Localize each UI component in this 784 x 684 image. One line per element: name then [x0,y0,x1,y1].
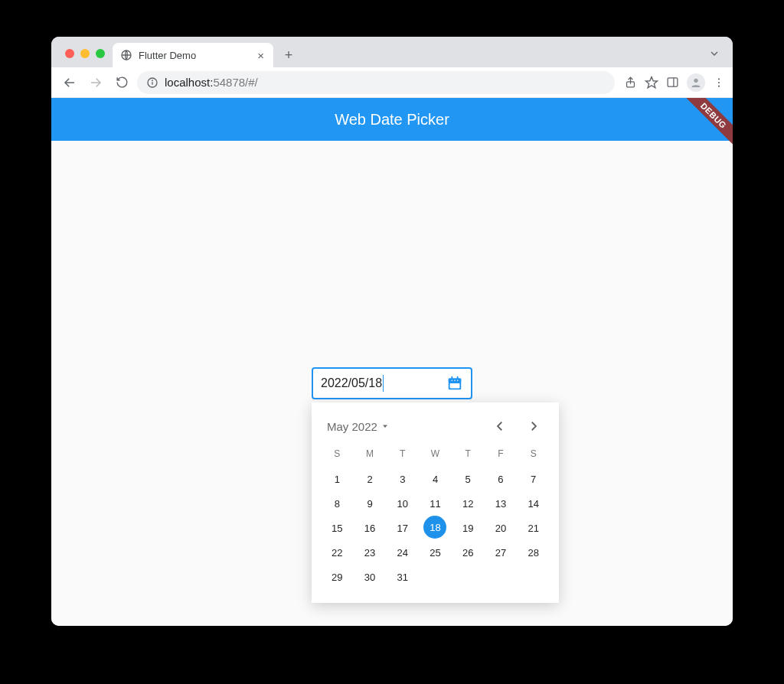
site-info-icon[interactable] [146,77,158,89]
calendar-day[interactable]: 22 [332,540,342,565]
profile-button[interactable] [687,73,705,92]
browser-window: Flutter Demo × + localhost:54878/#/ [51,37,733,626]
calendar-day[interactable]: 23 [364,540,375,565]
maximize-window-button[interactable] [96,49,105,58]
app-content: Web Date Picker DEBUG 2022/05/18 [51,98,733,626]
globe-icon [120,49,132,61]
calendar-day[interactable]: 15 [332,516,342,540]
reload-button[interactable] [111,72,132,93]
calendar-day[interactable]: 1 [335,467,340,491]
calendar-day[interactable]: 8 [335,491,340,516]
calendar-day[interactable]: 21 [528,516,538,540]
svg-rect-8 [668,78,678,86]
calendar-day[interactable]: 24 [397,540,408,565]
svg-point-21 [457,380,458,381]
calendar-grid: SMTWTFS123456789101112131415161718192021… [321,444,550,589]
day-of-week-header: S [517,444,550,467]
calendar-day[interactable]: 31 [397,565,408,589]
calendar-day[interactable]: 12 [462,491,473,516]
day-of-week-header: S [321,444,354,467]
calendar-day[interactable]: 30 [364,565,375,589]
window-controls [60,49,113,67]
calendar-day[interactable]: 17 [397,516,408,540]
calendar-header: May 2022 [321,413,550,444]
calendar-day[interactable]: 27 [495,540,506,565]
text-cursor [383,375,384,392]
calendar-day[interactable]: 20 [495,516,506,540]
url-text: localhost:54878/#/ [165,76,258,89]
day-of-week-header: T [386,444,419,467]
calendar-day[interactable]: 26 [462,540,473,565]
calendar-day[interactable]: 9 [367,491,372,516]
tabs-dropdown-button[interactable] [708,47,724,67]
tab-title: Flutter Demo [139,50,196,61]
day-of-week-header: T [452,444,485,467]
calendar-day[interactable]: 11 [430,491,440,516]
tab-strip: Flutter Demo × + [51,37,733,67]
calendar-day[interactable]: 25 [430,540,440,565]
calendar-popup: May 2022 SMTWTFS123456789101112131415161… [312,402,559,603]
day-of-week-header: W [419,444,452,467]
kebab-menu-icon[interactable] [713,77,725,89]
svg-rect-18 [457,376,459,380]
calendar-day[interactable]: 5 [466,467,471,491]
body-area: 2022/05/18 May 2022 [51,141,733,626]
calendar-day[interactable]: 2 [367,467,372,491]
svg-point-19 [452,380,452,381]
calendar-day[interactable]: 19 [462,516,473,540]
calendar-day[interactable]: 29 [332,565,342,589]
chevron-right-icon [527,419,541,433]
svg-point-11 [718,78,720,80]
date-input-value: 2022/05/18 [321,376,382,390]
app-title: Web Date Picker [335,111,449,129]
calendar-day[interactable]: 6 [498,467,503,491]
chevron-left-icon [493,419,507,433]
calendar-day[interactable]: 14 [528,491,538,516]
svg-point-20 [454,380,455,381]
calendar-icon[interactable] [446,375,463,392]
calendar-day[interactable]: 3 [400,467,405,491]
panel-icon[interactable] [666,76,679,89]
calendar-day[interactable]: 16 [364,516,375,540]
calendar-day[interactable]: 18 [423,516,446,539]
toolbar-right [624,73,725,92]
bookmark-icon[interactable] [645,76,658,90]
minimize-window-button[interactable] [80,49,90,58]
prev-month-button[interactable] [490,416,510,436]
browser-tab[interactable]: Flutter Demo × [113,43,273,67]
svg-point-10 [694,78,697,82]
svg-point-13 [718,85,720,86]
calendar-day[interactable]: 13 [495,491,506,516]
new-tab-button[interactable]: + [278,44,299,66]
share-icon[interactable] [624,76,637,89]
calendar-day[interactable]: 28 [528,540,538,565]
back-button[interactable] [59,72,80,93]
date-input[interactable]: 2022/05/18 [312,367,472,399]
svg-rect-17 [451,376,452,380]
browser-toolbar: localhost:54878/#/ [51,67,733,98]
forward-button[interactable] [85,72,106,93]
calendar-day[interactable]: 7 [531,467,536,491]
app-bar: Web Date Picker [51,98,733,141]
calendar-day[interactable]: 4 [433,467,438,491]
close-window-button[interactable] [65,49,74,58]
svg-rect-16 [450,383,460,388]
month-year-label: May 2022 [327,420,377,433]
day-of-week-header: M [354,444,387,467]
calendar-day[interactable]: 10 [397,491,408,516]
svg-point-5 [152,80,153,81]
address-bar[interactable]: localhost:54878/#/ [137,71,615,94]
close-tab-button[interactable]: × [256,48,266,63]
svg-point-12 [718,81,720,83]
svg-marker-7 [646,77,658,87]
dropdown-triangle-icon [381,422,390,431]
next-month-button[interactable] [524,416,544,436]
svg-marker-22 [383,425,387,428]
month-year-button[interactable]: May 2022 [327,420,390,433]
day-of-week-header: F [485,444,518,467]
